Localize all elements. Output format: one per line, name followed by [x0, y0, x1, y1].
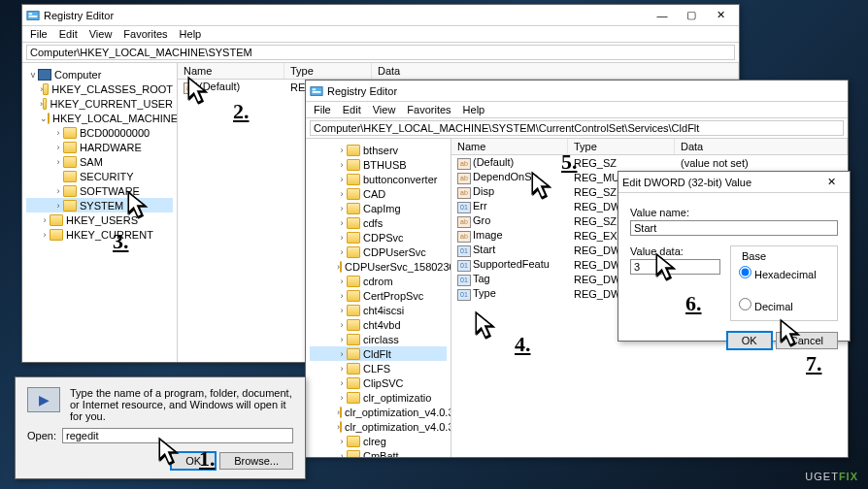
tree-item-buttonconverter[interactable]: ›buttonconverter	[310, 172, 447, 186]
folder-icon	[340, 421, 342, 433]
close-button[interactable]: ✕	[817, 173, 846, 192]
folder-icon	[63, 200, 77, 212]
folder-icon	[347, 290, 360, 302]
tree-item-bthserv[interactable]: ›bthserv	[310, 143, 447, 157]
menu-edit[interactable]: Edit	[59, 28, 78, 40]
menu-view[interactable]: View	[89, 28, 113, 40]
radio-dec[interactable]: Decimal	[739, 298, 829, 312]
open-input[interactable]	[62, 428, 293, 443]
col-type[interactable]: Type	[284, 63, 372, 79]
tree-item-cdpusersvc[interactable]: ›CDPUserSvc	[310, 244, 447, 259]
tree-item-sam[interactable]: ›SAM	[26, 154, 173, 169]
titlebar: Registry Editor	[306, 81, 848, 102]
tree-item-hkey_current_user[interactable]: ›HKEY_CURRENT_USER	[26, 96, 173, 111]
cancel-button[interactable]: Cancel	[776, 332, 838, 349]
tree-item-security[interactable]: SECURITY	[26, 169, 173, 183]
folder-icon	[347, 392, 360, 404]
window-title: Registry Editor	[44, 10, 648, 21]
col-name[interactable]: Name	[178, 63, 284, 79]
tree-item-bthusb[interactable]: ›BTHUSB	[310, 157, 447, 172]
col-data[interactable]: Data	[372, 63, 739, 79]
dec-radio[interactable]	[739, 298, 751, 310]
tree-item-cldflt[interactable]: ›CldFlt	[310, 346, 447, 361]
col-type[interactable]: Type	[568, 139, 675, 154]
folder-icon	[63, 127, 77, 139]
svg-rect-1	[29, 13, 33, 15]
folder-icon	[340, 407, 342, 418]
menu-view[interactable]: View	[373, 104, 396, 115]
menu-help[interactable]: Help	[463, 104, 485, 115]
regedit-icon	[26, 9, 40, 22]
dialog-title: Edit DWORD (32-bit) Value	[622, 177, 817, 188]
menu-file[interactable]: File	[314, 104, 331, 115]
col-name[interactable]: Name	[451, 139, 568, 154]
open-label: Open:	[27, 430, 56, 441]
menu-file[interactable]: File	[30, 28, 48, 40]
tree-item-hkey_users[interactable]: ›HKEY_USERS	[26, 212, 173, 227]
col-data[interactable]: Data	[675, 139, 848, 154]
tree-root[interactable]: vComputer	[26, 67, 173, 82]
close-button[interactable]: ✕	[706, 6, 735, 25]
minimize-button[interactable]: —	[648, 6, 677, 25]
folder-icon	[347, 174, 360, 185]
tree-item-hardware[interactable]: ›HARDWARE	[26, 140, 173, 154]
tree-item-cdpsvc[interactable]: ›CDPSvc	[310, 230, 447, 244]
value-data-input[interactable]	[630, 259, 720, 275]
tree-item-cdpusersvc_1580230[interactable]: ›CDPUserSvc_1580230	[310, 259, 447, 274]
tree-item-hkey_local_machine[interactable]: ⌄HKEY_LOCAL_MACHINE	[26, 111, 173, 125]
menubar: File Edit View Favorites Help	[22, 26, 739, 43]
registry-tree[interactable]: ›bthserv›BTHUSB›buttonconverter›CAD›CapI…	[306, 139, 451, 457]
address-input[interactable]	[26, 45, 735, 60]
regedit-icon	[310, 84, 323, 98]
maximize-button[interactable]: ▢	[677, 6, 706, 25]
menu-favorites[interactable]: Favorites	[407, 104, 451, 115]
menu-help[interactable]: Help	[180, 28, 202, 40]
tree-item-system[interactable]: ›SYSTEM	[26, 198, 173, 212]
address-input[interactable]	[310, 120, 844, 136]
folder-icon	[43, 83, 49, 95]
tree-item-hkey_current[interactable]: ›HKEY_CURRENT	[26, 227, 173, 242]
tree-item-clr_optimization_v4.0.303[interactable]: ›clr_optimization_v4.0.303	[310, 405, 447, 419]
tree-item-clreg[interactable]: ›clreg	[310, 434, 447, 448]
value-icon: 01	[457, 275, 471, 286]
ok-button[interactable]: OK	[726, 331, 773, 350]
tree-item-clr_optimizatio[interactable]: ›clr_optimizatio	[310, 390, 447, 405]
tree-item-clfs[interactable]: ›CLFS	[310, 361, 447, 375]
browse-button[interactable]: Browse...	[219, 452, 293, 470]
folder-icon	[347, 348, 360, 360]
folder-icon	[63, 156, 77, 168]
tree-item-cdfs[interactable]: ›cdfs	[310, 215, 447, 230]
menu-favorites[interactable]: Favorites	[123, 28, 167, 40]
menubar: File Edit View Favorites Help	[306, 102, 848, 118]
value-name-input[interactable]	[630, 220, 838, 236]
tree-item-cmbatt[interactable]: ›CmBatt	[310, 448, 447, 457]
tree-item-certpropsvc[interactable]: ›CertPropSvc	[310, 288, 447, 303]
tree-item-cad[interactable]: ›CAD	[310, 186, 447, 201]
folder-icon	[347, 305, 360, 316]
tree-item-clipsvc[interactable]: ›ClipSVC	[310, 375, 447, 390]
radio-hex[interactable]: Hexadecimal	[739, 266, 829, 280]
tree-item-bcd00000000[interactable]: ›BCD00000000	[26, 125, 173, 140]
watermark: UGETFIX	[805, 468, 858, 483]
tree-item-hkey_classes_root[interactable]: ›HKEY_CLASSES_ROOT	[26, 82, 173, 96]
list-item[interactable]: ab(Default)REG_SZ(value not set)	[451, 155, 848, 170]
svg-rect-5	[313, 91, 321, 93]
registry-tree[interactable]: vComputer ›HKEY_CLASSES_ROOT›HKEY_CURREN…	[22, 63, 178, 362]
folder-icon	[347, 246, 360, 258]
value-icon: 01	[457, 260, 471, 272]
value-icon: ab	[457, 231, 471, 243]
tree-item-cdrom[interactable]: ›cdrom	[310, 274, 447, 288]
tree-item-cht4vbd[interactable]: ›cht4vbd	[310, 317, 447, 332]
tree-item-cht4iscsi[interactable]: ›cht4iscsi	[310, 303, 447, 317]
tree-item-capimg[interactable]: ›CapImg	[310, 201, 447, 215]
tree-item-software[interactable]: ›SOFTWARE	[26, 183, 173, 198]
value-icon: ab	[457, 216, 471, 228]
hex-radio[interactable]	[739, 266, 751, 278]
menu-edit[interactable]: Edit	[343, 104, 361, 115]
folder-icon	[347, 203, 360, 214]
tree-item-clr_optimization_v4.0.303[interactable]: ›clr_optimization_v4.0.303	[310, 419, 447, 434]
address-bar	[22, 43, 739, 63]
tree-item-circlass[interactable]: ›circlass	[310, 332, 447, 346]
ok-button[interactable]: OK	[170, 451, 217, 471]
folder-icon	[347, 276, 360, 287]
